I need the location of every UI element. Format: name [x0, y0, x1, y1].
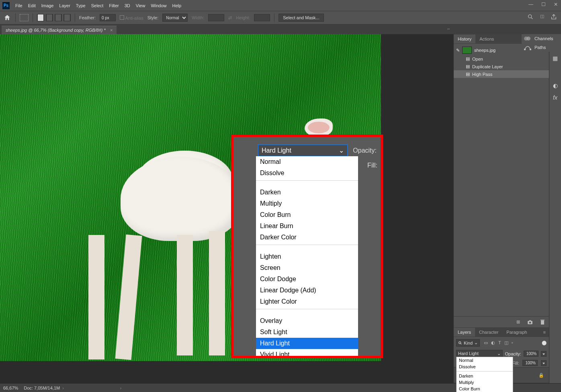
blend-mode-dropdown[interactable]: NormalDissolveDarkenMultiplyColor BurnLi…	[456, 357, 513, 392]
style-label: Style:	[147, 15, 159, 20]
type-filter-icon[interactable]: T	[498, 340, 501, 345]
blend-option-normal[interactable]: Normal	[256, 156, 358, 167]
pixel-filter-icon[interactable]: ▭	[484, 340, 488, 345]
channels-panel-button[interactable]: Channels	[522, 34, 561, 43]
camera-icon[interactable]	[527, 320, 533, 325]
blend-option-dissolve[interactable]: Dissolve	[256, 167, 358, 179]
history-step[interactable]: ▤ Open	[454, 55, 549, 63]
document-tab-close-icon[interactable]: ×	[110, 28, 113, 33]
document-tab[interactable]: sheeps.jpg @ 66,7% (Background copy, RGB…	[2, 26, 117, 34]
history-step-label: High Pass	[472, 72, 492, 77]
minimize-button[interactable]: —	[528, 2, 533, 7]
layer-kind-filter[interactable]: Kind ⌄	[456, 339, 480, 347]
collapse-panels-icon[interactable]: ››	[447, 27, 450, 31]
tab-actions[interactable]: Actions	[475, 35, 498, 43]
zoom-readout[interactable]: 66,67%	[3, 386, 18, 390]
blend-option-multiply[interactable]: Multiply	[457, 379, 513, 386]
paths-icon	[524, 45, 531, 50]
feather-input[interactable]	[100, 14, 116, 21]
blend-option-lighten[interactable]: Lighten	[256, 251, 358, 262]
paths-panel-button[interactable]: Paths	[522, 43, 561, 52]
history-step[interactable]: ▤ Duplicate Layer	[454, 63, 549, 70]
tab-layers[interactable]: Layers	[454, 328, 475, 337]
menu-edit[interactable]: Edit	[28, 3, 36, 8]
history-step-current[interactable]: ▤ High Pass	[454, 70, 549, 78]
channels-label: Channels	[534, 36, 553, 41]
panel-menu-icon[interactable]: ≡	[540, 330, 549, 335]
styles-panel-icon[interactable]: fx	[553, 94, 557, 101]
adjustments-panel-icon[interactable]: ◐	[553, 82, 558, 89]
svg-point-8	[526, 37, 530, 41]
width-label: Width:	[192, 15, 204, 20]
maximize-button[interactable]: ☐	[541, 2, 546, 7]
menu-type[interactable]: Type	[76, 3, 86, 8]
smart-filter-icon[interactable]: ▫	[512, 340, 513, 345]
swatches-panel-icon[interactable]: ▦	[553, 55, 558, 61]
blend-option-normal[interactable]: Normal	[457, 357, 513, 363]
menu-file[interactable]: File	[15, 3, 23, 8]
blend-option-dissolve[interactable]: Dissolve	[457, 363, 513, 370]
search-icon[interactable]	[527, 14, 534, 20]
blend-option-soft-light[interactable]: Soft Light	[256, 327, 358, 338]
menu-window[interactable]: Window	[151, 3, 166, 8]
blend-option-color-burn[interactable]: Color Burn	[457, 386, 513, 392]
trash-icon[interactable]	[540, 319, 545, 325]
svg-point-10	[530, 49, 531, 50]
menu-view[interactable]: View	[136, 3, 145, 8]
add-selection-icon[interactable]	[46, 14, 53, 21]
menu-3d[interactable]: 3D	[125, 3, 130, 8]
close-button[interactable]: ✕	[554, 2, 558, 7]
share-icon[interactable]	[551, 14, 557, 20]
blend-option-color-burn[interactable]: Color Burn	[256, 209, 358, 220]
adjustment-filter-icon[interactable]: ◐	[491, 340, 495, 345]
fill-stepper[interactable]	[541, 360, 547, 366]
workspace: Hard Light ⌄ Opacity: Fill: NormalDissol…	[0, 34, 561, 383]
menu-help[interactable]: Help	[172, 3, 182, 8]
blend-option-multiply[interactable]: Multiply	[256, 198, 358, 209]
blend-mode-select-zoom[interactable]: Hard Light ⌄	[258, 144, 348, 157]
lock-icon: 🔒	[538, 373, 544, 378]
right-panels: ›› History Actions ≡ ✎ sheeps.jpg ▤ Open…	[453, 34, 549, 383]
menu-image[interactable]: Image	[41, 3, 54, 8]
marquee-tool-icon[interactable]	[20, 14, 29, 21]
menu-layer[interactable]: Layer	[59, 3, 70, 8]
filter-toggle-icon[interactable]: ⬤	[542, 340, 547, 345]
select-and-mask-button[interactable]: Select and Mask...	[278, 14, 324, 22]
menu-filter[interactable]: Filter	[109, 3, 119, 8]
frame-icon[interactable]: ◫	[540, 14, 544, 20]
opacity-stepper[interactable]	[541, 351, 547, 357]
chevron-down-icon: ⌄	[339, 147, 344, 154]
intersect-selection-icon[interactable]	[63, 14, 71, 21]
tab-history[interactable]: History	[454, 35, 475, 43]
blend-option-hard-light[interactable]: Hard Light	[256, 338, 358, 349]
blend-option-linear-burn[interactable]: Linear Burn	[256, 220, 358, 232]
feather-label: Feather:	[79, 15, 96, 20]
blend-option-darker-color[interactable]: Darker Color	[256, 232, 358, 243]
style-select[interactable]: Normal	[162, 14, 188, 22]
blend-option-darken[interactable]: Darken	[457, 373, 513, 379]
tab-character[interactable]: Character	[475, 328, 502, 337]
opacity-value[interactable]: 100%	[524, 351, 538, 357]
blend-option-color-dodge[interactable]: Color Dodge	[256, 274, 358, 285]
fill-value[interactable]: 100%	[522, 360, 538, 366]
shape-filter-icon[interactable]: ◫	[504, 340, 508, 345]
history-file-label: sheeps.jpg	[474, 48, 495, 53]
blend-option-overlay[interactable]: Overlay	[256, 315, 358, 327]
blend-option-screen[interactable]: Screen	[256, 262, 358, 274]
blend-option-lighter-color[interactable]: Lighter Color	[256, 296, 358, 307]
doc-size-readout[interactable]: Doc: 7,05M/14,1M	[24, 386, 64, 390]
status-expand[interactable]	[118, 386, 122, 390]
blend-mode-dropdown-zoom[interactable]: NormalDissolveDarkenMultiplyColor BurnLi…	[256, 156, 358, 356]
new-selection-icon[interactable]	[37, 14, 44, 21]
home-icon[interactable]	[3, 14, 11, 22]
blend-option-vivid-light[interactable]: Vivid Light	[256, 349, 358, 356]
layers-panel-tabs: Layers Character Paragraph ≡	[454, 327, 549, 337]
tab-paragraph[interactable]: Paragraph	[502, 328, 531, 337]
menu-select[interactable]: Select	[91, 3, 104, 8]
svg-rect-3	[529, 320, 531, 321]
subtract-selection-icon[interactable]	[55, 14, 62, 21]
blend-option-linear-dodge-add-[interactable]: Linear Dodge (Add)	[256, 285, 358, 296]
canvas-area[interactable]: Hard Light ⌄ Opacity: Fill: NormalDissol…	[0, 34, 453, 383]
new-snapshot-icon[interactable]: ⊞	[516, 319, 520, 325]
blend-option-darken[interactable]: Darken	[256, 187, 358, 198]
